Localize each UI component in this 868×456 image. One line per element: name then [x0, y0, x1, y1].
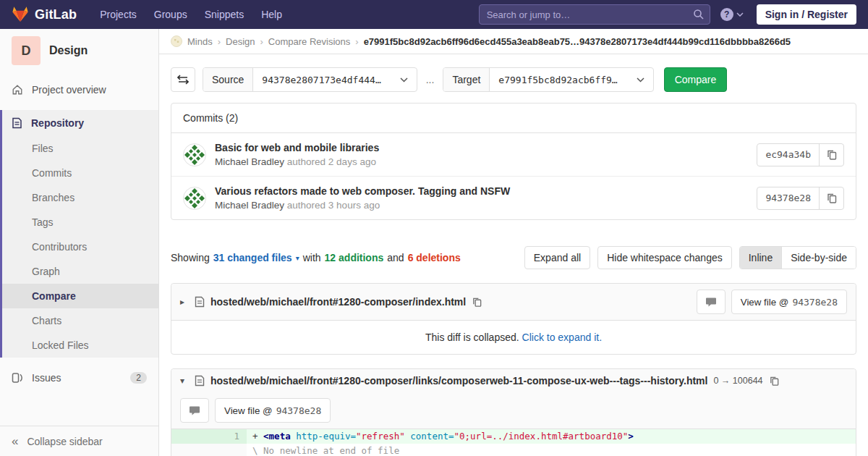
swap-revisions-button[interactable]: [171, 67, 195, 92]
code-token-attr: content=: [410, 431, 454, 442]
copy-path-button[interactable]: [769, 376, 780, 387]
diff-file-panel: ▸ hosted/web/michael/front#1280-composer…: [171, 283, 856, 355]
diff-file-path[interactable]: hosted/web/michael/front#1280-composer/l…: [210, 375, 707, 387]
file-mode-change: 0 → 100644: [713, 376, 762, 386]
source-ref-dropdown[interactable]: 94378e2807173e4df444…: [253, 68, 416, 91]
view-file-sha: 94378e28: [792, 297, 838, 308]
nav-link-projects[interactable]: Projects: [91, 0, 145, 29]
search-icon[interactable]: [693, 9, 705, 20]
help-menu[interactable]: ?: [720, 8, 744, 21]
group-avatar: [171, 35, 182, 47]
commit-meta: Michael Bradley authored 2 days ago: [215, 156, 379, 167]
chevron-down-icon: [637, 77, 644, 83]
issues-icon: [12, 372, 23, 384]
sidebar-item-issues[interactable]: Issues 2: [0, 363, 158, 392]
view-file-button[interactable]: View file @ 94378e28: [215, 398, 331, 423]
comment-icon: [705, 297, 717, 308]
sidebar-item-label: Repository: [31, 117, 84, 129]
inline-view-button[interactable]: Inline: [740, 247, 781, 269]
copy-sha-button[interactable]: [819, 187, 843, 209]
target-ref-group: Target e7991f5bc8d92acb6ff9…: [443, 67, 653, 92]
left-sidebar: D Design Project overview Repository Fil…: [0, 29, 159, 456]
diff-file-header: ▾ hosted/web/michael/front#1280-composer…: [171, 369, 856, 429]
sidebar-item-files[interactable]: Files: [2, 136, 158, 161]
collapse-sidebar-label: Collapse sidebar: [27, 436, 102, 447]
diff-file-actions: View file @ 94378e28: [697, 290, 847, 314]
code-token-attr: http-equiv=: [296, 431, 356, 442]
diff-file-path[interactable]: hosted/web/michael/front#1280-composer/i…: [210, 296, 466, 308]
project-avatar: D: [12, 36, 41, 65]
sidebar-item-branches[interactable]: Branches: [2, 185, 158, 210]
commit-info: Various refactors made to web composer. …: [215, 185, 510, 211]
sidebar-item-label: Issues: [32, 372, 61, 384]
commit-author-link[interactable]: Michael Bradley: [215, 156, 284, 167]
commit-author-avatar[interactable]: [183, 187, 206, 210]
code-token-tag: >: [628, 431, 634, 442]
expand-all-button[interactable]: Expand all: [524, 246, 590, 269]
toggle-comments-button[interactable]: [697, 290, 726, 314]
source-label: Source: [203, 68, 253, 91]
sidebar-item-commits[interactable]: Commits: [2, 161, 158, 185]
sidebar-item-project-overview[interactable]: Project overview: [0, 77, 158, 103]
gitlab-logo-text: GitLab: [35, 7, 77, 22]
diff-mode-toggle: Inline Side-by-side: [739, 246, 856, 269]
new-line-number[interactable]: 1: [209, 429, 247, 444]
commit-title-link[interactable]: Various refactors made to web composer. …: [215, 185, 510, 197]
copy-sha-button[interactable]: [819, 144, 843, 166]
source-ref-value: 94378e2807173e4df444…: [262, 75, 380, 85]
sidebar-section-repository: Repository Files Commits Branches Tags C…: [0, 110, 158, 358]
old-line-number[interactable]: [171, 429, 209, 444]
commit-meta: Michael Bradley authored 3 hours ago: [215, 200, 510, 211]
sidebar-item-charts[interactable]: Charts: [2, 308, 158, 333]
nav-link-help[interactable]: Help: [252, 0, 291, 29]
expand-diff-link[interactable]: Click to expand it.: [522, 332, 603, 343]
breadcrumb-separator: ›: [355, 36, 358, 47]
sidebar-item-compare[interactable]: Compare: [2, 284, 158, 308]
caret-down-icon[interactable]: ▾: [180, 376, 189, 386]
sidebar-item-graph[interactable]: Graph: [2, 259, 158, 284]
breadcrumb-minds[interactable]: Minds: [187, 36, 213, 47]
sidebar-item-locked-files[interactable]: Locked Files: [2, 333, 158, 358]
toggle-comments-button[interactable]: [180, 398, 209, 423]
compare-button[interactable]: Compare: [664, 67, 728, 92]
commit-sha-group: ec94a34b: [757, 143, 844, 166]
hide-whitespace-button[interactable]: Hide whitespace changes: [597, 246, 732, 269]
breadcrumb-design[interactable]: Design: [226, 36, 255, 47]
new-line-number: [209, 444, 247, 456]
sidebar-item-contributors[interactable]: Contributors: [2, 235, 158, 259]
collapse-sidebar-button[interactable]: « Collapse sidebar: [0, 426, 158, 456]
project-context-header[interactable]: D Design: [0, 29, 158, 77]
commit-title-link[interactable]: Basic for web and mobile libraries: [215, 142, 379, 153]
diff-code-table: 1 + <meta http-equiv="refresh" content="…: [171, 429, 856, 456]
caret-down-icon: ▾: [296, 254, 299, 262]
search-input[interactable]: [479, 4, 710, 25]
page-content: Source 94378e2807173e4df444… ... Target …: [159, 54, 868, 456]
copy-path-button[interactable]: [472, 297, 482, 308]
diff-view-actions: Expand all Hide whitespace changes Inlin…: [524, 246, 856, 269]
caret-right-icon[interactable]: ▸: [180, 297, 189, 307]
sign-in-register-button[interactable]: Sign in / Register: [757, 4, 856, 25]
view-file-button[interactable]: View file @ 94378e28: [731, 290, 847, 314]
commit-short-sha[interactable]: 94378e28: [757, 187, 819, 209]
gitlab-logo[interactable]: GitLab: [12, 6, 77, 23]
chevron-down-icon: [400, 77, 408, 83]
commit-short-sha[interactable]: ec94a34b: [757, 144, 819, 166]
main-content: Minds › Design › Compare Revisions › e79…: [159, 29, 868, 456]
sidebar-item-repository[interactable]: Repository: [2, 110, 158, 136]
commit-row: Various refactors made to web composer. …: [171, 176, 856, 219]
old-line-number: [171, 444, 209, 456]
breadcrumb-compare-revisions[interactable]: Compare Revisions: [268, 36, 350, 47]
sidebar-item-label: Project overview: [32, 84, 106, 96]
target-ref-dropdown[interactable]: e7991f5bc8d92acb6ff9…: [490, 68, 652, 91]
commit-author-link[interactable]: Michael Bradley: [215, 200, 284, 211]
collapsed-text: This diff is collapsed.: [425, 332, 519, 343]
sidebar-item-tags[interactable]: Tags: [2, 210, 158, 235]
view-file-sha: 94378e28: [276, 405, 322, 416]
side-by-side-view-button[interactable]: Side-by-side: [781, 247, 856, 269]
range-separator: ...: [425, 74, 436, 85]
nav-link-groups[interactable]: Groups: [145, 0, 196, 29]
nav-link-snippets[interactable]: Snippets: [196, 0, 252, 29]
changed-files-dropdown[interactable]: 31 changed files: [213, 252, 292, 263]
chevron-down-icon: [736, 12, 744, 17]
commit-author-avatar[interactable]: [183, 143, 206, 166]
